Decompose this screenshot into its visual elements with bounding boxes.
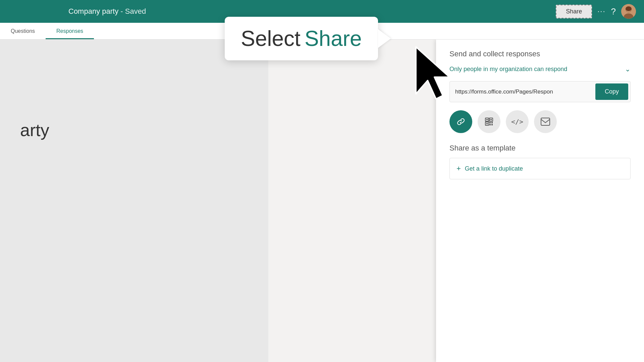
svg-rect-14 xyxy=(491,124,493,125)
tab-questions[interactable]: Questions xyxy=(0,24,46,39)
svg-rect-12 xyxy=(491,122,493,123)
callout-bubble: Select Share xyxy=(225,17,378,60)
audience-dropdown[interactable]: Only people in my organization can respo… xyxy=(449,65,631,73)
svg-rect-13 xyxy=(489,124,491,125)
share-panel: Send and collect responses Only people i… xyxy=(436,40,644,362)
callout-bubble-container: Select Share xyxy=(225,17,391,60)
embed-icon: </> xyxy=(511,118,523,126)
share-button[interactable]: Share xyxy=(556,5,592,18)
svg-rect-10 xyxy=(486,123,488,124)
share-email-icon-button[interactable] xyxy=(534,110,557,133)
svg-rect-8 xyxy=(490,119,492,120)
template-link-button[interactable]: + Get a link to duplicate xyxy=(449,158,631,179)
panel-section-title: Send and collect responses xyxy=(449,50,631,58)
more-options-button[interactable]: ··· xyxy=(597,7,605,16)
template-link-label: Get a link to duplicate xyxy=(465,165,523,172)
callout-arrow xyxy=(378,29,391,48)
callout-select-text: Select xyxy=(241,26,301,51)
callout-share-text: Share xyxy=(305,26,362,51)
svg-point-4 xyxy=(626,6,632,11)
form-title-partial: arty xyxy=(20,120,248,140)
document-title: Company party - Saved xyxy=(68,7,146,16)
url-input[interactable] xyxy=(455,88,591,95)
header-actions: Share ··· ? xyxy=(556,4,636,19)
share-qr-icon-button[interactable] xyxy=(478,110,500,133)
svg-rect-11 xyxy=(489,122,491,123)
share-link-icon-button[interactable] xyxy=(449,110,472,133)
copy-button[interactable]: Copy xyxy=(595,83,628,100)
share-icons-row: </> xyxy=(449,110,631,133)
help-button[interactable]: ? xyxy=(611,6,616,17)
plus-icon: + xyxy=(457,164,461,173)
audience-label[interactable]: Only people in my organization can respo… xyxy=(449,66,567,73)
svg-rect-15 xyxy=(541,118,550,125)
svg-rect-6 xyxy=(486,119,488,120)
url-row: Copy xyxy=(449,81,631,102)
template-section-title: Share as a template xyxy=(449,144,631,153)
share-embed-icon-button[interactable]: </> xyxy=(506,110,529,133)
tab-responses[interactable]: Responses xyxy=(46,24,94,39)
form-preview-area: arty xyxy=(0,40,268,362)
user-avatar[interactable] xyxy=(621,4,636,19)
chevron-down-icon[interactable]: ⌄ xyxy=(625,65,631,73)
